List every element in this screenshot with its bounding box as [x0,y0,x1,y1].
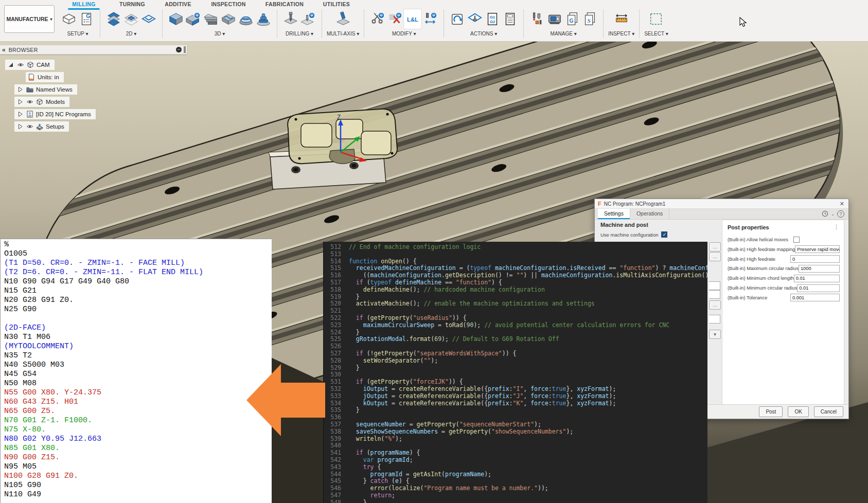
simulate-icon[interactable] [466,9,484,29]
hidden-field-stub[interactable] [709,290,720,299]
spiral-3d-icon[interactable] [255,9,272,29]
dialog-tab-operations[interactable]: Operations [630,209,669,219]
contour-2d-icon[interactable] [140,9,157,29]
panel-grip[interactable] [184,46,186,53]
ribbon-tab-additive[interactable]: ADDITIVE [165,1,191,7]
ribbon-tab-inspection[interactable]: INSPECTION [211,1,245,7]
cancel-button[interactable]: Cancel [814,406,843,417]
eye-icon[interactable] [17,61,24,68]
gcode-line: N65 G00 Z5. [4,407,272,416]
gcode-line: (2D-FACE) [4,324,272,333]
group-label-actions[interactable]: ACTIONS ▾ [470,31,497,37]
collapse-triangle-icon[interactable] [16,86,24,93]
face-2d-icon[interactable] [105,9,122,29]
g1g2-icon[interactable]: G1G2 [484,9,501,29]
browser-row-models[interactable]: Models [14,97,69,107]
setup-box-icon[interactable] [60,9,78,29]
setup-sheet-icon[interactable] [501,9,519,29]
flow-3d-icon[interactable] [220,9,237,29]
post-library-icon[interactable]: G [563,9,581,29]
post-property-label: (Built-in) Maximum circular radius [728,266,799,271]
post-property-select[interactable]: Preserve rapid movement [795,245,840,253]
editor-line: 521 [324,308,707,315]
multi-axis-icon[interactable] [334,9,352,29]
ok-button[interactable]: OK [788,406,808,417]
collapse-triangle-icon[interactable] [16,111,24,118]
help-icon[interactable]: ? [837,210,844,218]
measure-icon[interactable] [613,9,630,29]
pocket-3d-icon[interactable] [185,9,202,29]
steps-3d-icon[interactable] [202,9,220,29]
post-property-input[interactable]: 0.01 [794,275,840,282]
ribbon-tab-turning[interactable]: TURNING [119,1,145,7]
group-label-drilling[interactable]: DRILLING ▾ [286,31,313,37]
post-property-input[interactable]: 1000 [799,265,840,273]
group-label-setup[interactable]: SETUP ▾ [67,31,88,37]
machine-library-icon[interactable] [546,9,563,29]
browser-row--id-20-nc-programs[interactable]: G[ID 20] NC Programs [14,109,96,119]
ribbon-tab-fabrication[interactable]: FABRICATION [265,1,304,7]
editor-line-number: 537 [324,421,349,428]
ribbon-tab-milling[interactable]: MILLING [72,1,95,7]
group-label-inspect[interactable]: INSPECT ▾ [608,31,634,37]
hidden-field-stub[interactable]: … [709,252,721,261]
post-property-input[interactable]: 0 [790,255,840,263]
post-processor-editor[interactable]: 512// End of machine configuration logic… [323,242,707,503]
use-machine-config-checkbox[interactable]: ✓ [661,231,667,238]
group-label-multi-axis[interactable]: MULTI-AXIS ▾ [327,31,359,37]
dialog-tab-settings[interactable]: Settings [598,209,630,219]
minimize-circle-icon[interactable]: − [176,47,182,52]
ribbon-tab-utilities[interactable]: UTILITIES [323,1,350,7]
post-button[interactable]: Post [759,406,783,417]
post-process-icon[interactable] [449,9,466,29]
group-label-modify[interactable]: MODIFY ▾ [392,31,416,37]
hidden-field-stub[interactable]: … [709,242,721,252]
group-label-manage[interactable]: MANAGE ▾ [551,31,577,37]
drill-generate-icon[interactable] [299,9,317,29]
tool-library-icon[interactable] [528,9,546,29]
browser-row-named-views[interactable]: Named Views [14,84,77,95]
eye-icon[interactable] [26,123,33,130]
eye-icon[interactable] [26,98,33,105]
browser-row-units-in[interactable]: Units: in [26,72,64,82]
close-icon[interactable]: ✕ [839,201,845,207]
hidden-field-stub[interactable]: … [709,300,721,310]
history-icon[interactable] [822,210,828,218]
delete-passes-icon[interactable] [386,9,404,29]
chevron-down-icon[interactable]: ⌄ [831,212,835,217]
scallop-3d-icon[interactable] [237,9,255,29]
post-property-checkbox[interactable] [793,237,800,243]
expand-triangle-icon[interactable] [7,61,14,68]
browser-row-cam[interactable]: CAM [5,60,55,70]
browser-header[interactable]: « BROWSER − [0,45,187,55]
group-label-2d[interactable]: 2D ▾ [126,31,137,37]
adaptive-3d-icon[interactable] [167,9,185,29]
post-property-input[interactable]: 0.01 [797,284,840,292]
dialog-tabs: SettingsOperations ⌄ ? [595,209,848,220]
collapse-panel-icon[interactable]: « [2,46,6,53]
drill-icon[interactable] [282,9,299,29]
workspace-selector[interactable]: MANUFACTURE ▾ [4,5,55,33]
machined-part[interactable] [288,109,397,164]
collapse-triangle-icon[interactable] [16,98,24,105]
gcode-output-window[interactable]: %O1005(T1 D=50. CR=0. - ZMIN=-1. - FACE … [0,239,272,503]
editor-line: 539 writeln("%"); [324,436,707,443]
post-property-input[interactable]: 0.001 [790,294,840,301]
select-box-icon[interactable] [647,9,665,29]
stock-width-icon[interactable] [421,9,439,29]
group-label-3d[interactable]: 3D ▾ [215,31,225,37]
hidden-field-stub[interactable]: ▾ [709,330,721,339]
collapse-triangle-icon[interactable] [16,123,24,130]
pocket-2d-icon[interactable] [122,9,140,29]
browser-row-setups[interactable]: Setups [14,121,69,132]
hidden-field-stub[interactable] [709,281,720,290]
kebab-menu-icon[interactable]: ⋮ [834,224,840,230]
setup-gcode-icon[interactable]: G [78,9,95,29]
dialog-title-bar[interactable]: F NC Program: NCProgram1 ✕ [595,199,848,209]
lead-link-icon[interactable]: L&L [404,9,421,29]
hidden-field-stub[interactable] [709,315,720,324]
trim-toolpath-icon[interactable] [369,9,386,29]
template-library-icon[interactable]: S [581,9,598,29]
svg-text:L&L: L&L [407,16,418,23]
group-label-select[interactable]: SELECT ▾ [644,31,668,37]
